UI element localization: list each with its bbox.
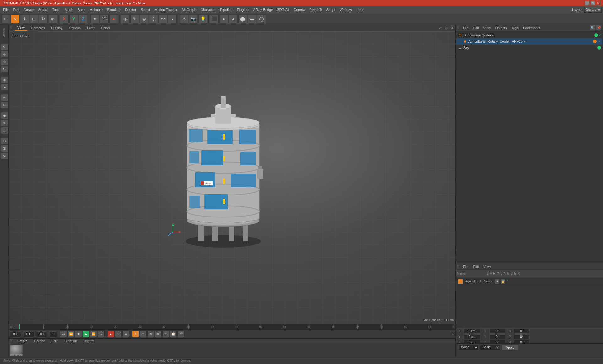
x-rot-input[interactable]: [489, 329, 505, 334]
light-tool[interactable]: 💡: [198, 14, 207, 23]
sidebar-rotate-btn[interactable]: ↻: [1, 66, 8, 73]
fps-input[interactable]: [49, 331, 57, 337]
mat-tab-corona[interactable]: Corona: [31, 339, 48, 344]
apply-button[interactable]: Apply: [502, 345, 519, 350]
camera-tool[interactable]: 📷: [189, 14, 198, 23]
menu-motion-tracker[interactable]: Motion Tracker: [153, 7, 179, 12]
sidebar-mesh-btn[interactable]: ⬡: [1, 137, 8, 144]
am-row-cooler[interactable]: Agricultural_Rotary_Cooler_RRF25-4 👁 🔒 ✓: [457, 278, 602, 285]
mode-btn6[interactable]: 📋: [170, 331, 177, 337]
sm-menu-tags[interactable]: Tags: [509, 25, 520, 30]
sm-row-cooler[interactable]: ⧫ Agricultural_Rotary_Cooler_RRF25-4 ≡: [456, 38, 602, 45]
p-rot-input[interactable]: [514, 334, 530, 339]
mat-tab-function[interactable]: Function: [61, 339, 79, 344]
sm-check-subdiv[interactable]: ✓: [599, 33, 601, 37]
menu-edit[interactable]: Edit: [11, 7, 21, 12]
go-to-end-btn[interactable]: ⏭: [98, 331, 105, 337]
minimize-button[interactable]: —: [585, 1, 589, 5]
vp-tab-filter[interactable]: Filter: [84, 25, 97, 30]
material-swatch[interactable]: mat_Rot: [10, 345, 23, 356]
render-region[interactable]: 🎬: [100, 14, 109, 23]
world-select[interactable]: World: [458, 345, 479, 350]
sm-menu-file[interactable]: File: [461, 25, 471, 30]
sidebar-field-btn[interactable]: ⊗: [1, 153, 8, 159]
spline-tool[interactable]: 〜: [159, 14, 167, 23]
menu-plugins[interactable]: Plugins: [235, 7, 250, 12]
sidebar-magnet-btn[interactable]: ⊛: [1, 102, 8, 109]
mode-btn7[interactable]: 🎬: [177, 331, 184, 337]
sidebar-poly-btn[interactable]: ◈: [1, 76, 8, 83]
menu-window[interactable]: Window: [338, 7, 354, 12]
vp-expand-btn[interactable]: ⤢: [438, 25, 443, 30]
rotate-tool[interactable]: ↻: [39, 14, 48, 23]
sphere-tool[interactable]: ●: [219, 14, 228, 23]
mode-btn2[interactable]: ⬡: [140, 331, 147, 337]
mode-btn5[interactable]: ≡: [162, 331, 169, 337]
am-lock-btn[interactable]: 🔒: [500, 279, 505, 284]
layout-selector[interactable]: Layout: Startup: [572, 7, 602, 13]
menu-help[interactable]: Help: [354, 7, 365, 12]
mode-btn4[interactable]: ⊞: [155, 331, 162, 337]
sm-menu-objects[interactable]: Objects: [493, 25, 509, 30]
menu-vray[interactable]: V-Ray Bridge: [251, 7, 275, 12]
vp-tab-panel[interactable]: Panel: [99, 25, 112, 30]
menu-select[interactable]: Select: [36, 7, 50, 12]
sidebar-deform-btn[interactable]: ⊠: [1, 145, 8, 152]
am-menu-edit[interactable]: Edit: [471, 264, 481, 269]
cube-tool[interactable]: ⬛: [210, 14, 219, 23]
menu-create[interactable]: Create: [22, 7, 36, 12]
model-mode[interactable]: ■: [90, 14, 99, 23]
menu-file[interactable]: File: [1, 7, 11, 12]
menu-3dtoall[interactable]: 3DToAll: [275, 7, 291, 12]
sidebar-paint2-btn[interactable]: ✎: [1, 120, 8, 126]
timeline-track[interactable]: 051015202530354045505560657075808590: [19, 324, 454, 330]
sun-tool[interactable]: ☀: [180, 14, 188, 23]
scale-select[interactable]: Scale: [480, 345, 500, 350]
menu-pipeline[interactable]: Pipeline: [218, 7, 234, 12]
y-rot-input[interactable]: [489, 334, 505, 339]
current-frame-input[interactable]: [23, 331, 34, 337]
vp-settings-btn[interactable]: ⚙: [449, 25, 454, 30]
layout-select[interactable]: Startup: [584, 7, 602, 13]
scale-tool[interactable]: ⊞: [30, 14, 38, 23]
sm-enable-cooler[interactable]: [593, 40, 597, 43]
keyframe-sel-btn[interactable]: ◈: [122, 331, 129, 337]
viewport[interactable]: BASIN A: [9, 31, 455, 324]
window-controls[interactable]: — □ ✕: [585, 1, 600, 5]
x-pos-input[interactable]: [463, 329, 481, 334]
sm-enable-subdiv[interactable]: [594, 33, 598, 37]
start-frame-input[interactable]: [10, 331, 21, 337]
menu-mesh[interactable]: Mesh: [63, 7, 75, 12]
torus-tool[interactable]: ◯: [257, 14, 266, 23]
sculpt-tool2[interactable]: ◎: [140, 14, 148, 23]
end-frame-input[interactable]: [36, 331, 47, 337]
paint-tool[interactable]: ✎: [130, 14, 139, 23]
cursor-tool[interactable]: ↖: [11, 14, 19, 23]
keyframe-btn[interactable]: ?: [115, 331, 122, 337]
close-button[interactable]: ✕: [596, 1, 600, 5]
h-rot-input[interactable]: [514, 329, 530, 334]
sm-pin-btn[interactable]: 📌: [596, 25, 602, 31]
am-menu-view[interactable]: View: [482, 264, 493, 269]
menu-render[interactable]: Render: [123, 7, 138, 12]
sm-menu-bookmarks[interactable]: Bookmarks: [521, 25, 542, 30]
move2-tool[interactable]: ⬩: [168, 14, 177, 23]
transform-tool[interactable]: ⊕: [48, 14, 57, 23]
sm-row-sky[interactable]: ☁ Sky: [456, 45, 602, 51]
record-btn[interactable]: ●: [107, 331, 114, 337]
cone-tool[interactable]: ▲: [229, 14, 238, 23]
undo-button[interactable]: ↩: [1, 14, 10, 23]
vp-tab-cameras[interactable]: Cameras: [29, 25, 48, 30]
maximize-button[interactable]: □: [590, 1, 595, 5]
play-btn[interactable]: ▶: [83, 331, 89, 337]
sm-search-btn[interactable]: 🔍: [590, 25, 595, 31]
menu-tools[interactable]: Tools: [50, 7, 62, 12]
stop-btn[interactable]: ⏹: [75, 331, 82, 337]
x-axis-btn[interactable]: X: [60, 14, 69, 23]
mode-btn3[interactable]: ↻: [147, 331, 154, 337]
sm-menu-edit[interactable]: Edit: [471, 25, 481, 30]
menu-script[interactable]: Script: [325, 7, 337, 12]
menu-corona[interactable]: Corona: [292, 7, 307, 12]
sm-row-subdivision[interactable]: ⊡ Subdivision Surface ✓: [456, 32, 602, 38]
menu-character[interactable]: Character: [199, 7, 218, 12]
